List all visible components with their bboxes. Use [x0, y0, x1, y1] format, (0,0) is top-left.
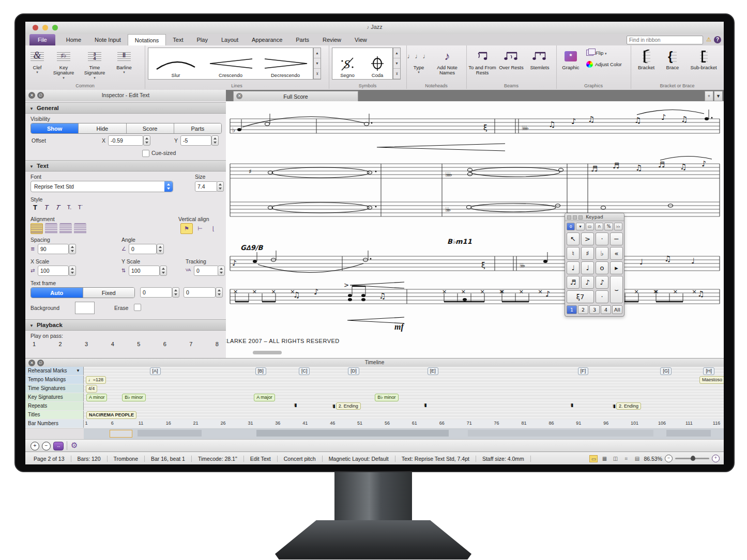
- brace-button[interactable]: { Brace: [661, 48, 684, 70]
- keypad-key[interactable]: ·: [596, 290, 608, 303]
- timeline-row-label[interactable]: Rehearsal Marks▼: [25, 367, 84, 375]
- keypad-page-button[interactable]: 4: [601, 305, 611, 314]
- xscale-field[interactable]: 100: [38, 266, 69, 276]
- rehearsal-mark[interactable]: [G]: [660, 367, 672, 375]
- frame-height-stepper[interactable]: [216, 287, 223, 298]
- keypad-key[interactable]: ·: [596, 232, 608, 245]
- zoom-slider[interactable]: [675, 458, 709, 459]
- frame-width-stepper[interactable]: [172, 287, 179, 298]
- help-icon[interactable]: ?: [714, 36, 721, 43]
- rehearsal-mark[interactable]: [C]: [299, 367, 310, 375]
- decrescendo-item[interactable]: Decrescendo: [258, 48, 313, 79]
- keypad-key[interactable]: ♪: [581, 276, 594, 289]
- visibility-option[interactable]: Hide: [79, 123, 126, 133]
- yscale-stepper[interactable]: [160, 266, 167, 276]
- find-in-ribbon-input[interactable]: [627, 36, 703, 44]
- timeline-row-label[interactable]: Bar Numbers: [25, 419, 84, 428]
- keypad-key[interactable]: ♭: [596, 247, 608, 260]
- ribbon-tab[interactable]: View: [348, 34, 374, 45]
- style-slant-button[interactable]: T: [52, 203, 64, 212]
- timeline-overview[interactable]: [84, 428, 724, 440]
- style-bold-button[interactable]: T: [31, 203, 40, 212]
- visibility-option[interactable]: Score: [127, 123, 174, 133]
- view-single-icon[interactable]: ⌗: [622, 455, 630, 462]
- graphic-button[interactable]: * Graphic: [558, 48, 583, 70]
- slur-item[interactable]: Slur: [148, 48, 203, 79]
- align-right-button[interactable]: [59, 223, 72, 234]
- keypad-window-buttons[interactable]: [567, 215, 583, 220]
- ribbon-tab[interactable]: Note Input: [88, 34, 128, 45]
- angle-stepper[interactable]: [157, 244, 164, 254]
- keypad-layout-tab[interactable]: %: [604, 223, 613, 230]
- key-signature-button[interactable]: ♯♭ Key Signature▾: [49, 48, 78, 80]
- zoom-out-button[interactable]: −: [665, 455, 673, 462]
- keypad-titlebar[interactable]: Keypad: [565, 213, 624, 221]
- rehearsal-mark[interactable]: [F]: [578, 367, 589, 375]
- play-pass-number[interactable]: 4: [111, 341, 114, 347]
- keypad-key[interactable]: ♯: [581, 247, 594, 260]
- style-subscript-button[interactable]: T.: [65, 203, 74, 212]
- size-stepper[interactable]: [217, 181, 224, 192]
- ribbon-tab[interactable]: Parts: [289, 34, 316, 45]
- clef-button[interactable]: & Clef▾: [27, 48, 47, 74]
- ribbon-tab[interactable]: Home: [59, 34, 88, 45]
- play-pass-number[interactable]: 8: [216, 341, 219, 347]
- timeline-row-label[interactable]: Repeats: [25, 402, 84, 410]
- keypad-layout-tab[interactable]: ▭: [586, 223, 594, 230]
- angle-field[interactable]: 0: [129, 244, 157, 254]
- title-item[interactable]: NACIREMA PEOPLE: [86, 411, 136, 419]
- tab-list-button[interactable]: ▼: [714, 91, 723, 101]
- keypad-key[interactable]: ⌣: [610, 276, 623, 303]
- style-superscript-button[interactable]: T˙: [76, 203, 85, 212]
- repeat-item[interactable]: ∶▮2. Ending: [332, 402, 360, 410]
- tracking-field[interactable]: 0: [194, 266, 219, 276]
- play-pass-number[interactable]: 7: [189, 341, 192, 347]
- rehearsal-mark[interactable]: [A]: [150, 367, 161, 375]
- offset-y-stepper[interactable]: [211, 135, 219, 146]
- keypad-key[interactable]: >: [581, 232, 594, 245]
- align-left-button[interactable]: [31, 223, 43, 234]
- key-signature-item[interactable]: A major: [254, 394, 275, 401]
- add-note-names-button[interactable]: ♪ Add Note Names: [431, 48, 463, 76]
- play-pass-number[interactable]: 6: [163, 341, 166, 347]
- align-justify-button[interactable]: [74, 223, 86, 234]
- keypad-key[interactable]: −: [610, 232, 623, 245]
- timeline-row-label[interactable]: Titles: [25, 411, 84, 419]
- crescendo-item[interactable]: Crescendo: [203, 48, 258, 79]
- overview-block-selected[interactable]: [110, 430, 132, 438]
- keypad-layout-tab[interactable]: ∩: [595, 223, 603, 230]
- offset-y-field[interactable]: -5: [180, 135, 211, 146]
- rehearsal-mark[interactable]: [D]: [348, 367, 359, 375]
- close-tab-icon[interactable]: ✕: [236, 93, 242, 99]
- play-pass-number[interactable]: 5: [137, 341, 140, 347]
- keypad-page-button[interactable]: 1: [567, 305, 577, 314]
- ribbon-tab[interactable]: Layout: [215, 34, 245, 45]
- timeline-zoom-in-button[interactable]: +: [31, 442, 39, 450]
- keypad-key[interactable]: ♩: [581, 261, 594, 274]
- keypad-layout-tab[interactable]: ▾: [576, 223, 584, 230]
- rehearsal-mark[interactable]: [H]: [703, 367, 714, 375]
- view-horizontal-icon[interactable]: ▤: [633, 455, 641, 462]
- visibility-option[interactable]: Show: [31, 123, 79, 133]
- timeline-row-label[interactable]: Time Signatures: [25, 384, 84, 393]
- score-canvas[interactable]: ♭ ξ ♭♭♭♭ ♫ ♪ ♫ ♫ ♪ ♫: [226, 101, 724, 358]
- visibility-option[interactable]: Parts: [174, 123, 221, 133]
- beams-over-rests-button[interactable]: Over Rests: [498, 48, 524, 70]
- keypad-key[interactable]: ♩: [567, 261, 580, 274]
- valign-top-button[interactable]: ⚑: [180, 223, 193, 234]
- keypad-key[interactable]: ▸: [610, 261, 623, 274]
- text-section-header[interactable]: ▼Text: [25, 160, 226, 172]
- repeat-item[interactable]: ∶▮: [294, 402, 296, 408]
- timeline-row-label[interactable]: Key Signatures: [25, 393, 84, 401]
- keypad-window[interactable]: Keypad o▾▭∩%♭♭ ↖>·−♮♯♭«♩♩o▸♬♪♪⌣ξ7· 1234A…: [565, 213, 624, 317]
- flip-button[interactable]: Flip ▾: [586, 50, 606, 56]
- keypad-page-button[interactable]: All: [612, 305, 622, 314]
- notehead-type-button[interactable]: ♩♩♩ Type▾: [408, 48, 429, 74]
- tracking-stepper[interactable]: [218, 266, 225, 276]
- play-pass-number[interactable]: 1: [33, 341, 36, 347]
- textframe-option[interactable]: Auto: [31, 288, 83, 298]
- keypad-key[interactable]: ↖: [567, 232, 580, 245]
- keypad-key[interactable]: ♬: [567, 276, 580, 289]
- general-section-header[interactable]: ▼General: [25, 102, 226, 114]
- timeline-fit-button[interactable]: ↔: [53, 442, 64, 450]
